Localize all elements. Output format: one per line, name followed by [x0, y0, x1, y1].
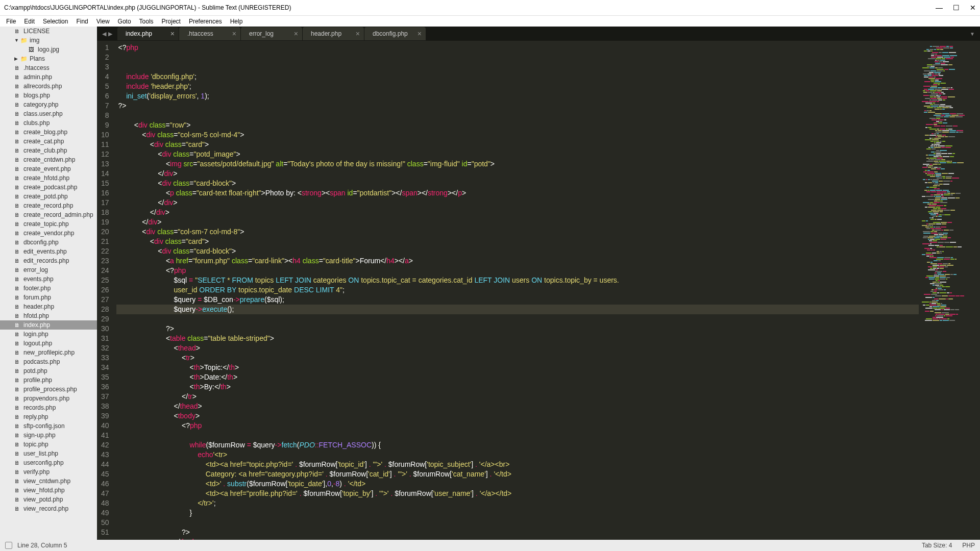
sidebar-item-create_cat-php[interactable]: 🗎create_cat.php — [0, 137, 97, 146]
sidebar-item-logout-php[interactable]: 🗎logout.php — [0, 339, 97, 348]
sidebar-item-header-php[interactable]: 🗎header.php — [0, 302, 97, 311]
sidebar-item-create_hfotd-php[interactable]: 🗎create_hfotd.php — [0, 173, 97, 183]
tab-error_log[interactable]: error_log× — [241, 27, 302, 40]
menu-view[interactable]: View — [92, 18, 114, 25]
sidebar-item-logo-jpg[interactable]: 🖼logo.jpg — [0, 45, 97, 54]
menu-help[interactable]: Help — [226, 18, 247, 25]
sidebar-item-create_record_admin-php[interactable]: 🗎create_record_admin.php — [0, 210, 97, 219]
sidebar-item-topic-php[interactable]: 🗎topic.php — [0, 440, 97, 449]
sidebar-item-LICENSE[interactable]: 🗎LICENSE — [0, 27, 97, 36]
sidebar-item-create_event-php[interactable]: 🗎create_event.php — [0, 164, 97, 173]
menu-selection[interactable]: Selection — [39, 18, 72, 25]
sidebar-item-potd-php[interactable]: 🗎potd.php — [0, 366, 97, 375]
sidebar-item-podcasts-php[interactable]: 🗎podcasts.php — [0, 357, 97, 366]
close-button[interactable]: ✕ — [970, 4, 976, 12]
code-area[interactable]: <?php include 'dbconfig.php'; include 'h… — [116, 41, 919, 540]
sidebar-item-new_profilepic-php[interactable]: 🗎new_profilepic.php — [0, 348, 97, 357]
tab-dbconfig-php[interactable]: dbconfig.php× — [364, 27, 426, 40]
sidebar-item-blogs-php[interactable]: 🗎blogs.php — [0, 91, 97, 100]
syntax-mode[interactable]: PHP — [962, 542, 975, 549]
sidebar-item-view_record-php[interactable]: 🗎view_record.php — [0, 504, 97, 513]
sidebar-item-clubs-php[interactable]: 🗎clubs.php — [0, 118, 97, 128]
sidebar-item-profile_process-php[interactable]: 🗎profile_process.php — [0, 385, 97, 394]
sidebar-item-create_cntdwn-php[interactable]: 🗎create_cntdwn.php — [0, 155, 97, 164]
menu-project[interactable]: Project — [158, 18, 185, 25]
sidebar-item-view_hfotd-php[interactable]: 🗎view_hfotd.php — [0, 486, 97, 495]
file-icon: 🗎 — [14, 65, 22, 71]
sidebar-item-label: propvendors.php — [23, 395, 69, 402]
tab-index-php[interactable]: index.php× — [117, 27, 179, 40]
sidebar-item-view_potd-php[interactable]: 🗎view_potd.php — [0, 495, 97, 504]
sidebar-item-allrecords-php[interactable]: 🗎allrecords.php — [0, 82, 97, 91]
sidebar-item-label: create_blog.php — [23, 129, 67, 136]
sidebar-item-sftp-config-json[interactable]: 🗎sftp-config.json — [0, 421, 97, 431]
sidebar-item-create_vendor-php[interactable]: 🗎create_vendor.php — [0, 229, 97, 238]
sidebar-item--htaccess[interactable]: 🗎.htaccess — [0, 63, 97, 72]
sidebar-item-dbconfig-php[interactable]: 🗎dbconfig.php — [0, 238, 97, 247]
file-icon: 🖼 — [29, 46, 37, 53]
sidebar-item-login-php[interactable]: 🗎login.php — [0, 330, 97, 339]
sidebar-item-create_topic-php[interactable]: 🗎create_topic.php — [0, 219, 97, 229]
sidebar-item-sign-up-php[interactable]: 🗎sign-up.php — [0, 431, 97, 440]
editor[interactable]: 1234567891011121314151617181920212223242… — [97, 41, 980, 540]
sidebar-item-propvendors-php[interactable]: 🗎propvendors.php — [0, 394, 97, 403]
file-icon: 🗎 — [14, 203, 22, 209]
tab-close-icon[interactable]: × — [232, 30, 236, 38]
sidebar-item-hfotd-php[interactable]: 🗎hfotd.php — [0, 311, 97, 320]
sidebar-item-profile-php[interactable]: 🗎profile.php — [0, 375, 97, 385]
file-icon: 🗎 — [14, 496, 22, 503]
sidebar-item-create_potd-php[interactable]: 🗎create_potd.php — [0, 192, 97, 201]
sidebar-item-img[interactable]: ▼📁img — [0, 36, 97, 45]
tab-nav-right-icon[interactable]: ▶ — [107, 31, 113, 37]
sidebar-item-create_record-php[interactable]: 🗎create_record.php — [0, 201, 97, 210]
tab-close-icon[interactable]: × — [294, 30, 298, 38]
sidebar-item-user_list-php[interactable]: 🗎user_list.php — [0, 449, 97, 458]
sidebar-item-edit_records-php[interactable]: 🗎edit_records.php — [0, 256, 97, 265]
tab-close-icon[interactable]: × — [356, 30, 360, 38]
sidebar-item-userconfig-php[interactable]: 🗎userconfig.php — [0, 458, 97, 467]
minimize-button[interactable]: — — [936, 4, 943, 12]
tab-close-icon[interactable]: × — [170, 30, 175, 38]
menu-tools[interactable]: Tools — [135, 18, 158, 25]
sidebar-item-category-php[interactable]: 🗎category.php — [0, 100, 97, 109]
sidebar-item-view_cntdwn-php[interactable]: 🗎view_cntdwn.php — [0, 477, 97, 486]
minimap[interactable] — [919, 41, 980, 540]
sidebar-item-label: category.php — [23, 101, 59, 108]
menu-goto[interactable]: Goto — [114, 18, 135, 25]
menu-preferences[interactable]: Preferences — [185, 18, 226, 25]
sidebar-item-Plans[interactable]: ▶📁Plans — [0, 54, 97, 63]
sidebar-item-footer-php[interactable]: 🗎footer.php — [0, 284, 97, 293]
sidebar-item-create_blog-php[interactable]: 🗎create_blog.php — [0, 128, 97, 137]
sidebar-item-index-php[interactable]: 🗎index.php — [0, 320, 97, 330]
sidebar-item-admin-php[interactable]: 🗎admin.php — [0, 72, 97, 82]
tab-size[interactable]: Tab Size: 4 — [922, 542, 952, 549]
sidebar-item-label: header.php — [23, 303, 54, 310]
sidebar-item-forum-php[interactable]: 🗎forum.php — [0, 293, 97, 302]
sidebar[interactable]: 🗎LICENSE▼📁img🖼logo.jpg▶📁Plans🗎.htaccess🗎… — [0, 27, 97, 540]
sidebar-item-label: LICENSE — [23, 28, 50, 35]
sidebar-item-label: create_hfotd.php — [23, 174, 69, 182]
sidebar-item-error_log[interactable]: 🗎error_log — [0, 265, 97, 274]
file-icon: 🗎 — [14, 487, 22, 493]
tabs-dropdown-icon[interactable]: ▼ — [965, 31, 980, 37]
maximize-button[interactable]: ☐ — [953, 4, 960, 12]
sidebar-item-verify-php[interactable]: 🗎verify.php — [0, 467, 97, 477]
tab-nav-left-icon[interactable]: ◀ — [101, 31, 107, 37]
menu-edit[interactable]: Edit — [20, 18, 39, 25]
sidebar-item-class-user-php[interactable]: 🗎class.user.php — [0, 109, 97, 118]
tab--htaccess[interactable]: .htaccess× — [179, 27, 240, 40]
sidebar-item-create_club-php[interactable]: 🗎create_club.php — [0, 146, 97, 155]
sidebar-item-events-php[interactable]: 🗎events.php — [0, 274, 97, 284]
menu-find[interactable]: Find — [72, 18, 92, 25]
sidebar-item-edit_events-php[interactable]: 🗎edit_events.php — [0, 247, 97, 256]
tab-close-icon[interactable]: × — [418, 30, 422, 38]
tab-header-php[interactable]: header.php× — [303, 27, 364, 40]
cursor-position[interactable]: Line 28, Column 5 — [17, 542, 67, 549]
sidebar-item-records-php[interactable]: 🗎records.php — [0, 403, 97, 412]
sidebar-item-reply-php[interactable]: 🗎reply.php — [0, 412, 97, 421]
menu-file[interactable]: File — [2, 18, 20, 25]
sidebar-item-label: potd.php — [23, 367, 47, 374]
sidebar-item-label: sftp-config.json — [23, 422, 65, 430]
status-icon[interactable] — [5, 542, 12, 549]
sidebar-item-create_podcast-php[interactable]: 🗎create_podcast.php — [0, 183, 97, 192]
